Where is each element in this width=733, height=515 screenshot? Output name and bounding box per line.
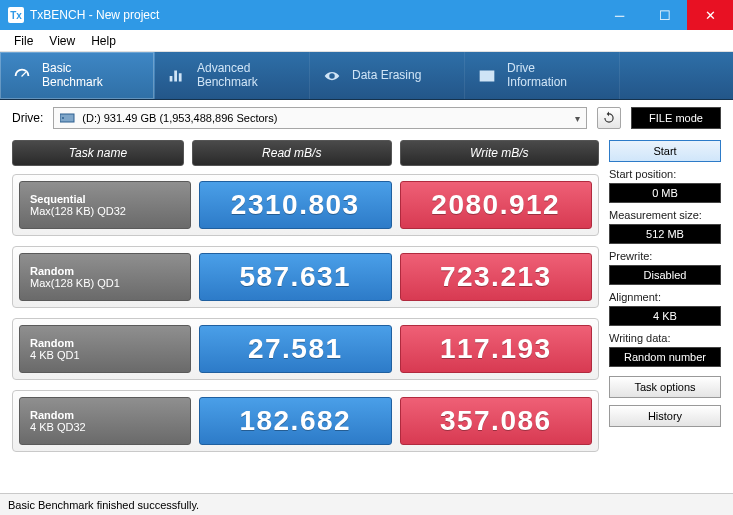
writing-data-value[interactable]: Random number bbox=[609, 347, 721, 367]
start-position-label: Start position: bbox=[609, 168, 721, 180]
table-row: Random4 KB QD32 182.682 357.086 bbox=[12, 390, 599, 452]
task-name-cell: RandomMax(128 KB) QD1 bbox=[19, 253, 191, 301]
header-write: Write mB/s bbox=[400, 140, 600, 166]
measurement-size-value[interactable]: 512 MB bbox=[609, 224, 721, 244]
table-row: RandomMax(128 KB) QD1 587.631 723.213 bbox=[12, 246, 599, 308]
tab-data-erasing[interactable]: Data Erasing bbox=[310, 52, 465, 99]
menu-help[interactable]: Help bbox=[83, 34, 124, 48]
gauge-icon bbox=[10, 64, 34, 88]
tab-drive-information[interactable]: DriveInformation bbox=[465, 52, 620, 99]
erase-icon bbox=[320, 64, 344, 88]
tab-label: Benchmark bbox=[197, 75, 258, 89]
start-position-value[interactable]: 0 MB bbox=[609, 183, 721, 203]
tab-basic-benchmark[interactable]: BasicBenchmark bbox=[0, 52, 155, 99]
task-options-button[interactable]: Task options bbox=[609, 376, 721, 398]
tab-advanced-benchmark[interactable]: AdvancedBenchmark bbox=[155, 52, 310, 99]
tab-label: Drive bbox=[507, 61, 535, 75]
drive-select[interactable]: (D:) 931.49 GB (1,953,488,896 Sectors) ▾ bbox=[53, 107, 587, 129]
tab-label: Basic bbox=[42, 61, 71, 75]
file-mode-indicator: FILE mode bbox=[631, 107, 721, 129]
history-button[interactable]: History bbox=[609, 405, 721, 427]
svg-point-1 bbox=[62, 117, 64, 119]
hdd-icon bbox=[60, 112, 76, 124]
read-value: 587.631 bbox=[199, 253, 392, 301]
write-value: 117.193 bbox=[400, 325, 593, 373]
window-controls: ─ ☐ ✕ bbox=[597, 0, 733, 30]
results-table: Task name Read mB/s Write mB/s Sequentia… bbox=[12, 140, 599, 462]
task-name-cell: Random4 KB QD32 bbox=[19, 397, 191, 445]
side-panel: Start Start position: 0 MB Measurement s… bbox=[609, 140, 721, 462]
drive-label: Drive: bbox=[12, 111, 43, 125]
tab-label: Benchmark bbox=[42, 75, 103, 89]
task-name-cell: SequentialMax(128 KB) QD32 bbox=[19, 181, 191, 229]
status-bar: Basic Benchmark finished successfully. bbox=[0, 493, 733, 515]
tab-label: Advanced bbox=[197, 61, 250, 75]
read-value: 27.581 bbox=[199, 325, 392, 373]
minimize-button[interactable]: ─ bbox=[597, 0, 642, 30]
window-title: TxBENCH - New project bbox=[30, 8, 159, 22]
alignment-value[interactable]: 4 KB bbox=[609, 306, 721, 326]
task-name-cell: Random4 KB QD1 bbox=[19, 325, 191, 373]
tab-label: Information bbox=[507, 75, 567, 89]
close-button[interactable]: ✕ bbox=[687, 0, 733, 30]
measurement-size-label: Measurement size: bbox=[609, 209, 721, 221]
read-value: 182.682 bbox=[199, 397, 392, 445]
alignment-label: Alignment: bbox=[609, 291, 721, 303]
header-read: Read mB/s bbox=[192, 140, 392, 166]
write-value: 723.213 bbox=[400, 253, 593, 301]
prewrite-label: Prewrite: bbox=[609, 250, 721, 262]
menu-file[interactable]: File bbox=[6, 34, 41, 48]
write-value: 357.086 bbox=[400, 397, 593, 445]
chevron-down-icon: ▾ bbox=[575, 113, 580, 124]
tab-bar: BasicBenchmark AdvancedBenchmark Data Er… bbox=[0, 52, 733, 100]
refresh-button[interactable] bbox=[597, 107, 621, 129]
table-row: Random4 KB QD1 27.581 117.193 bbox=[12, 318, 599, 380]
chart-icon bbox=[165, 64, 189, 88]
status-text: Basic Benchmark finished successfully. bbox=[8, 499, 199, 511]
table-row: SequentialMax(128 KB) QD32 2310.803 2080… bbox=[12, 174, 599, 236]
refresh-icon bbox=[602, 111, 616, 125]
drive-toolbar: Drive: (D:) 931.49 GB (1,953,488,896 Sec… bbox=[0, 100, 733, 136]
start-button[interactable]: Start bbox=[609, 140, 721, 162]
menu-view[interactable]: View bbox=[41, 34, 83, 48]
title-bar: Tx TxBENCH - New project ─ ☐ ✕ bbox=[0, 0, 733, 30]
prewrite-value[interactable]: Disabled bbox=[609, 265, 721, 285]
header-task: Task name bbox=[12, 140, 184, 166]
drive-selection-text: (D:) 931.49 GB (1,953,488,896 Sectors) bbox=[82, 112, 277, 124]
write-value: 2080.912 bbox=[400, 181, 593, 229]
app-icon: Tx bbox=[8, 7, 24, 23]
tab-label: Data Erasing bbox=[352, 69, 421, 83]
read-value: 2310.803 bbox=[199, 181, 392, 229]
writing-data-label: Writing data: bbox=[609, 332, 721, 344]
drive-icon bbox=[475, 64, 499, 88]
maximize-button[interactable]: ☐ bbox=[642, 0, 687, 30]
menu-bar: File View Help bbox=[0, 30, 733, 52]
